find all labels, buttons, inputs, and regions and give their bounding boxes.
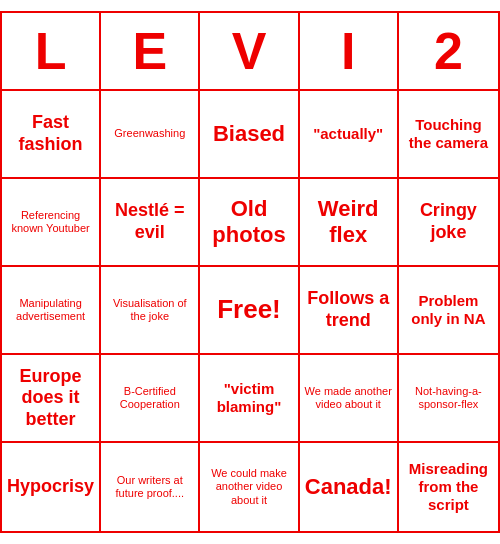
bingo-cell[interactable]: Manipulating advertisement bbox=[2, 267, 101, 355]
bingo-header: LEVI2 bbox=[2, 13, 498, 91]
bingo-cell[interactable]: Europe does it better bbox=[2, 355, 101, 443]
cell-text: Not-having-a-sponsor-flex bbox=[403, 385, 494, 411]
cell-text: Follows a trend bbox=[304, 288, 393, 331]
bingo-cell[interactable]: Visualisation of the joke bbox=[101, 267, 200, 355]
bingo-cell[interactable]: Touching the camera bbox=[399, 91, 498, 179]
bingo-card: LEVI2 Fast fashionGreenwashingBiased"act… bbox=[0, 11, 500, 533]
bingo-cell[interactable]: Misreading from the script bbox=[399, 443, 498, 531]
cell-text: "actually" bbox=[313, 125, 383, 143]
header-letter: L bbox=[2, 13, 101, 89]
bingo-cell[interactable]: Nestlé = evil bbox=[101, 179, 200, 267]
bingo-cell[interactable]: Hypocrisy bbox=[2, 443, 101, 531]
bingo-cell[interactable]: Canada! bbox=[300, 443, 399, 531]
bingo-cell[interactable]: "victim blaming" bbox=[200, 355, 299, 443]
bingo-cell[interactable]: We made another video about it bbox=[300, 355, 399, 443]
bingo-cell[interactable]: Cringy joke bbox=[399, 179, 498, 267]
cell-text: Fast fashion bbox=[6, 112, 95, 155]
cell-text: Biased bbox=[213, 121, 285, 147]
cell-text: Referencing known Youtuber bbox=[6, 209, 95, 235]
cell-text: Greenwashing bbox=[114, 127, 185, 140]
bingo-cell[interactable]: Not-having-a-sponsor-flex bbox=[399, 355, 498, 443]
bingo-cell[interactable]: Our writers at future proof.... bbox=[101, 443, 200, 531]
cell-text: Visualisation of the joke bbox=[105, 297, 194, 323]
bingo-cell[interactable]: Old photos bbox=[200, 179, 299, 267]
cell-text: Manipulating advertisement bbox=[6, 297, 95, 323]
header-letter: V bbox=[200, 13, 299, 89]
cell-text: Hypocrisy bbox=[7, 476, 94, 498]
cell-text: We made another video about it bbox=[304, 385, 393, 411]
bingo-cell[interactable]: Referencing known Youtuber bbox=[2, 179, 101, 267]
bingo-grid: Fast fashionGreenwashingBiased"actually"… bbox=[2, 91, 498, 531]
cell-text: Weird flex bbox=[304, 196, 393, 249]
cell-text: Old photos bbox=[204, 196, 293, 249]
bingo-cell[interactable]: Problem only in NA bbox=[399, 267, 498, 355]
cell-text: Our writers at future proof.... bbox=[105, 474, 194, 500]
cell-text: Nestlé = evil bbox=[105, 200, 194, 243]
header-letter: I bbox=[300, 13, 399, 89]
cell-text: Cringy joke bbox=[403, 200, 494, 243]
bingo-cell[interactable]: Free! bbox=[200, 267, 299, 355]
bingo-cell[interactable]: Follows a trend bbox=[300, 267, 399, 355]
cell-text: Misreading from the script bbox=[403, 460, 494, 514]
bingo-cell[interactable]: B-Certified Cooperation bbox=[101, 355, 200, 443]
bingo-cell[interactable]: Fast fashion bbox=[2, 91, 101, 179]
header-letter: 2 bbox=[399, 13, 498, 89]
cell-text: Touching the camera bbox=[403, 116, 494, 152]
header-letter: E bbox=[101, 13, 200, 89]
cell-text: Free! bbox=[217, 294, 281, 325]
bingo-cell[interactable]: Greenwashing bbox=[101, 91, 200, 179]
bingo-cell[interactable]: Weird flex bbox=[300, 179, 399, 267]
cell-text: We could make another video about it bbox=[204, 467, 293, 507]
cell-text: "victim blaming" bbox=[204, 380, 293, 416]
cell-text: Problem only in NA bbox=[403, 292, 494, 328]
cell-text: B-Certified Cooperation bbox=[105, 385, 194, 411]
bingo-cell[interactable]: Biased bbox=[200, 91, 299, 179]
cell-text: Canada! bbox=[305, 474, 392, 500]
cell-text: Europe does it better bbox=[6, 366, 95, 431]
bingo-cell[interactable]: "actually" bbox=[300, 91, 399, 179]
bingo-cell[interactable]: We could make another video about it bbox=[200, 443, 299, 531]
